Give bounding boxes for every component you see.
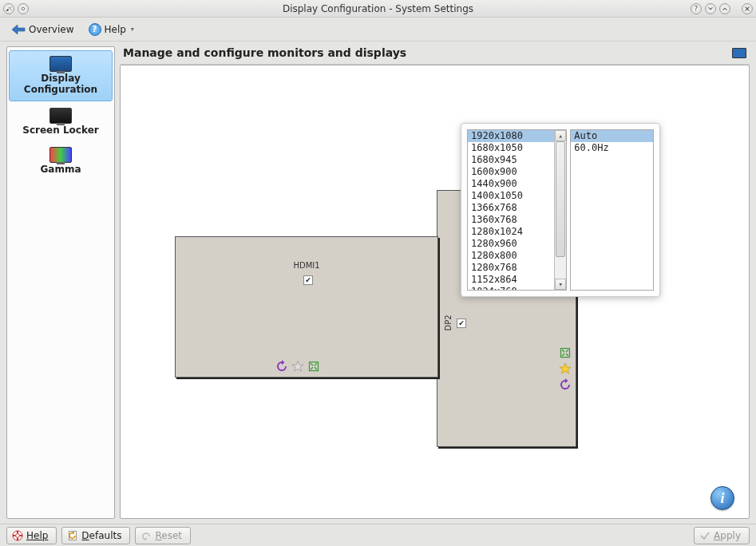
resolution-option[interactable]: 1600x900	[468, 166, 554, 178]
display-hdmi1[interactable]: HDMI1 ✔	[175, 236, 438, 378]
resolution-option[interactable]: 1680x1050	[468, 142, 554, 154]
info-icon[interactable]: i	[710, 486, 734, 510]
refresh-option[interactable]: Auto	[571, 130, 653, 142]
display-enable-checkbox[interactable]: ✔	[457, 318, 466, 328]
lifebuoy-icon	[12, 530, 23, 541]
sidebar-item-label: Display Configuration	[11, 73, 110, 96]
window-menu-icon[interactable]	[3, 3, 14, 14]
bottom-bar: Help Defaults Reset Apply	[0, 524, 756, 546]
overview-label: Overview	[29, 24, 74, 35]
scroll-up-icon[interactable]: ▴	[555, 130, 566, 141]
scrollbar[interactable]: ▴ ▾	[554, 130, 566, 290]
close-icon[interactable]	[742, 3, 753, 14]
display-label: DP2	[444, 311, 453, 335]
resolution-option[interactable]: 1680x945	[468, 154, 554, 166]
monitor-icon	[49, 56, 72, 72]
arrow-left-icon	[11, 24, 26, 35]
monitor-dark-icon	[49, 108, 72, 124]
maximize-icon[interactable]	[719, 3, 730, 14]
sidebar-item-label: Screen Locker	[10, 125, 111, 136]
star-outline-icon[interactable]	[291, 359, 305, 374]
scale-icon[interactable]	[558, 346, 572, 360]
window-title: Display Configuration - System Settings	[0, 3, 756, 14]
defaults-button[interactable]: Defaults	[61, 527, 130, 544]
monitor-gamma-icon	[49, 147, 72, 163]
document-revert-icon	[67, 530, 78, 541]
titlebar: Display Configuration - System Settings …	[0, 0, 756, 18]
undo-icon	[141, 530, 152, 541]
rotate-icon[interactable]	[275, 359, 289, 374]
sidebar-item-display-configuration[interactable]: Display Configuration	[9, 50, 113, 101]
sidebar-item-gamma[interactable]: Gamma	[9, 142, 113, 180]
resolution-option[interactable]: 1360x768	[468, 214, 554, 226]
resolution-popup: 1920x10801680x10501680x9451600x9001440x9…	[461, 123, 660, 297]
rotate-icon[interactable]	[558, 378, 572, 392]
resolution-option[interactable]: 1280x768	[468, 262, 554, 274]
help-label: Help	[105, 24, 126, 35]
page-header: Manage and configure monitors and displa…	[120, 46, 750, 65]
sticky-icon[interactable]	[18, 3, 29, 14]
svg-point-4	[16, 533, 20, 537]
resolution-listbox[interactable]: 1920x10801680x10501680x9451600x9001440x9…	[467, 129, 567, 291]
check-icon	[699, 530, 710, 541]
reset-button: Reset	[135, 527, 191, 544]
refresh-option[interactable]: 60.0Hz	[571, 142, 653, 154]
scroll-down-icon[interactable]: ▾	[555, 279, 566, 290]
scale-icon[interactable]	[307, 359, 321, 374]
resolution-option[interactable]: 1366x768	[468, 202, 554, 214]
help-titlebar-icon[interactable]: ?	[691, 3, 702, 14]
resolution-option[interactable]: 1280x800	[468, 250, 554, 262]
help-button[interactable]: Help	[6, 527, 57, 544]
resolution-option[interactable]: 1920x1080	[468, 130, 554, 142]
sidebar-item-label: Gamma	[10, 164, 111, 176]
display-canvas[interactable]: DP2 ✔ HDMI1 ✔	[120, 65, 750, 519]
toolbar: Overview ? Help ▾	[0, 18, 756, 42]
resolution-option[interactable]: 1280x1024	[468, 226, 554, 238]
help-menu-button[interactable]: ? Help ▾	[84, 22, 139, 38]
help-button-label: Help	[26, 530, 48, 541]
resolution-option[interactable]: 1024x768	[468, 286, 554, 290]
display-enable-checkbox[interactable]: ✔	[303, 275, 313, 285]
resolution-option[interactable]: 1280x960	[468, 238, 554, 250]
overview-button[interactable]: Overview	[6, 22, 79, 37]
apply-button: Apply	[694, 527, 750, 544]
minimize-icon[interactable]	[705, 3, 716, 14]
chevron-down-icon: ▾	[131, 26, 134, 33]
star-icon[interactable]	[558, 362, 572, 376]
resolution-option[interactable]: 1440x900	[468, 178, 554, 190]
refresh-listbox[interactable]: Auto60.0Hz	[570, 129, 654, 291]
monitor-small-icon	[732, 48, 746, 58]
resolution-option[interactable]: 1400x1050	[468, 190, 554, 202]
sidebar: Display Configuration Screen Locker Gamm…	[6, 46, 115, 519]
display-label: HDMI1	[176, 261, 437, 270]
scrollbar-thumb[interactable]	[556, 141, 565, 257]
svg-point-0	[22, 7, 25, 10]
page-title: Manage and configure monitors and displa…	[123, 46, 406, 59]
help-icon: ?	[89, 23, 101, 36]
resolution-option[interactable]: 1152x864	[468, 274, 554, 286]
sidebar-item-screen-locker[interactable]: Screen Locker	[9, 103, 113, 141]
